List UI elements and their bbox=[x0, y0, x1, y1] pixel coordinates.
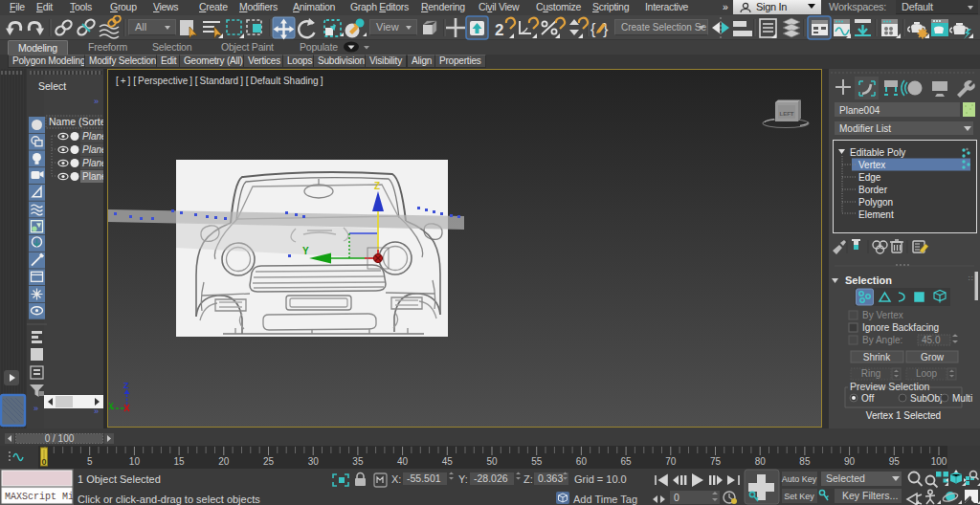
svg-text:»: » bbox=[33, 404, 38, 413]
svg-text:45: 45 bbox=[442, 456, 454, 467]
svg-text:Plane: Plane bbox=[82, 144, 103, 155]
svg-text:90: 90 bbox=[844, 456, 856, 467]
svg-text:Y:: Y: bbox=[458, 473, 468, 485]
svg-text:75: 75 bbox=[710, 456, 722, 467]
svg-text:-55.501: -55.501 bbox=[407, 472, 441, 484]
svg-text:Element: Element bbox=[858, 209, 894, 220]
svg-text:Z:: Z: bbox=[523, 473, 533, 485]
svg-text:Plane: Plane bbox=[82, 158, 103, 168]
svg-text:-28.026: -28.026 bbox=[474, 472, 508, 484]
svg-text:100: 100 bbox=[931, 456, 947, 467]
svg-text:40: 40 bbox=[397, 456, 409, 467]
svg-text:70: 70 bbox=[665, 456, 677, 467]
svg-text:Plane004: Plane004 bbox=[839, 105, 880, 116]
svg-text:Select: Select bbox=[38, 80, 66, 92]
svg-text:1 Object Selected: 1 Object Selected bbox=[78, 473, 161, 485]
svg-text:20: 20 bbox=[218, 456, 230, 467]
svg-text:MAXScript Mi: MAXScript Mi bbox=[5, 492, 74, 502]
svg-text:By Angle:: By Angle: bbox=[862, 335, 902, 345]
svg-text:∷: ∷ bbox=[969, 274, 973, 283]
svg-text:Z: Z bbox=[374, 181, 380, 191]
svg-text:Modifier List: Modifier List bbox=[839, 123, 891, 134]
svg-text:Edge: Edge bbox=[858, 172, 881, 183]
svg-text:Off: Off bbox=[861, 393, 874, 404]
svg-text:60: 60 bbox=[576, 456, 588, 467]
svg-text:30: 30 bbox=[308, 456, 320, 467]
svg-text:85: 85 bbox=[799, 456, 811, 467]
svg-text:»: » bbox=[94, 97, 99, 106]
svg-text:55: 55 bbox=[531, 456, 543, 467]
svg-text:Y: Y bbox=[302, 246, 309, 256]
svg-text:{: { bbox=[590, 21, 596, 37]
svg-text:LEFT: LEFT bbox=[780, 111, 794, 117]
svg-text:Polygon: Polygon bbox=[858, 197, 893, 208]
svg-text:50: 50 bbox=[486, 456, 498, 467]
svg-text:Shrink: Shrink bbox=[863, 352, 891, 362]
svg-text:Click or click-and-drag to sel: Click or click-and-drag to select object… bbox=[78, 494, 260, 505]
svg-text:Loop: Loop bbox=[916, 368, 938, 379]
svg-text:Selected: Selected bbox=[826, 472, 865, 484]
svg-text:Preview Selection: Preview Selection bbox=[850, 381, 930, 392]
svg-text:Plane: Plane bbox=[82, 131, 103, 142]
svg-text:0 / 100: 0 / 100 bbox=[45, 433, 75, 444]
svg-text:45.0: 45.0 bbox=[922, 335, 941, 345]
svg-text:25: 25 bbox=[263, 456, 275, 467]
svg-text:Set Key: Set Key bbox=[784, 492, 814, 501]
svg-text:Auto Key: Auto Key bbox=[782, 474, 817, 484]
svg-text:Editable Poly: Editable Poly bbox=[850, 147, 905, 158]
svg-text:}: } bbox=[603, 21, 609, 37]
svg-text:X:: X: bbox=[391, 473, 401, 485]
svg-text:Name (Sorted A: Name (Sorted A bbox=[49, 116, 103, 127]
svg-text:10: 10 bbox=[129, 456, 141, 467]
svg-text:0.363: 0.363 bbox=[538, 472, 563, 484]
svg-text:0: 0 bbox=[674, 492, 679, 503]
svg-text:80: 80 bbox=[755, 456, 767, 467]
svg-text:Grow: Grow bbox=[921, 352, 945, 362]
svg-text:Ignore Backfacing: Ignore Backfacing bbox=[862, 322, 939, 333]
svg-text:Key Filters...: Key Filters... bbox=[842, 490, 898, 501]
svg-text:»: » bbox=[94, 406, 99, 416]
svg-text:5: 5 bbox=[87, 456, 93, 467]
svg-text:35: 35 bbox=[352, 456, 364, 467]
svg-text:95: 95 bbox=[889, 456, 901, 467]
svg-text:Border: Border bbox=[858, 185, 888, 195]
svg-text:Vertex 1 Selected: Vertex 1 Selected bbox=[866, 410, 941, 421]
svg-text:By Vertex: By Vertex bbox=[862, 310, 903, 320]
svg-text:Add Time Tag: Add Time Tag bbox=[573, 494, 637, 505]
svg-text:Multi: Multi bbox=[952, 393, 972, 404]
svg-text:Vertex: Vertex bbox=[858, 160, 885, 170]
svg-text:Z: Z bbox=[123, 381, 129, 390]
svg-text:65: 65 bbox=[621, 456, 633, 467]
svg-text:Selection: Selection bbox=[845, 274, 892, 286]
svg-text:0: 0 bbox=[41, 457, 46, 467]
svg-text:Ring: Ring bbox=[861, 368, 881, 379]
svg-text:15: 15 bbox=[174, 456, 186, 467]
svg-text:2: 2 bbox=[495, 21, 503, 39]
svg-text:Plane: Plane bbox=[82, 171, 103, 182]
svg-text:Grid = 10.0: Grid = 10.0 bbox=[574, 473, 627, 485]
svg-text:SubObj: SubObj bbox=[910, 393, 942, 404]
